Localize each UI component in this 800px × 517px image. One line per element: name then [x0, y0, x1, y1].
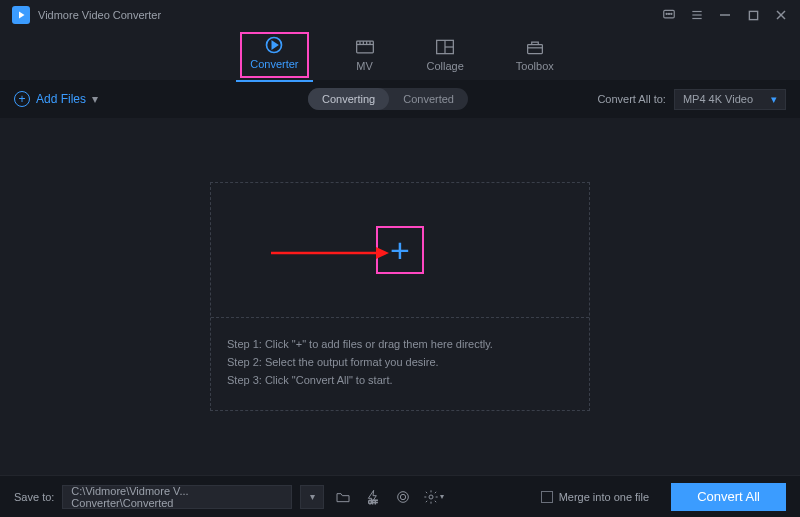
chevron-down-icon: ▾ [771, 93, 777, 106]
segment-converted[interactable]: Converted [389, 88, 468, 110]
tab-label: MV [356, 60, 373, 72]
step-3-text: Step 3: Click "Convert All" to start. [227, 374, 573, 386]
svg-point-2 [668, 13, 669, 14]
hardware-accel-icon[interactable]: OFF [362, 486, 384, 508]
svg-point-3 [671, 13, 672, 14]
task-schedule-icon[interactable] [392, 486, 414, 508]
tab-mv[interactable]: MV [349, 36, 381, 74]
arrow-annotation [271, 243, 391, 263]
output-format-dropdown[interactable]: MP4 4K Video ▾ [674, 89, 786, 110]
save-path-text: C:\Vidmore\Vidmore V... Converter\Conver… [71, 485, 283, 509]
plus-circle-icon: + [14, 91, 30, 107]
converter-icon [264, 36, 284, 54]
checkbox-icon [541, 491, 553, 503]
svg-point-28 [429, 495, 433, 499]
merge-label: Merge into one file [559, 491, 650, 503]
close-icon[interactable] [774, 8, 788, 22]
tab-collage[interactable]: Collage [421, 36, 470, 74]
step-1-text: Step 1: Click "+" to add files or drag t… [227, 338, 573, 350]
tab-label: Converter [250, 58, 298, 70]
toolbox-icon [525, 38, 545, 56]
dropzone-steps: Step 1: Click "+" to add files or drag t… [211, 318, 589, 410]
format-selected: MP4 4K Video [683, 93, 753, 105]
convert-all-to: Convert All to: MP4 4K Video ▾ [597, 89, 786, 110]
open-folder-icon[interactable] [332, 486, 354, 508]
app-title: Vidmore Video Converter [38, 9, 662, 21]
app-logo [12, 6, 30, 24]
merge-checkbox[interactable]: Merge into one file [541, 491, 650, 503]
convert-all-to-label: Convert All to: [597, 93, 665, 105]
svg-point-26 [398, 491, 409, 502]
workspace: + Step 1: Click "+" to add files or drag… [0, 118, 800, 475]
main-tabs: Converter MV Collage Toolbox [0, 30, 800, 80]
save-path-dropdown[interactable]: ▾ [300, 485, 324, 509]
titlebar: Vidmore Video Converter [0, 0, 800, 30]
collage-icon [435, 38, 455, 56]
tab-label: Toolbox [516, 60, 554, 72]
add-files-button[interactable]: + Add Files ▾ [14, 91, 98, 107]
step-2-text: Step 2: Select the output format you des… [227, 356, 573, 368]
chevron-down-icon: ▾ [92, 92, 98, 106]
convert-all-button[interactable]: Convert All [671, 483, 786, 511]
dropzone-top: + [211, 183, 589, 318]
svg-rect-8 [749, 11, 757, 19]
svg-rect-12 [356, 41, 373, 53]
save-to-label: Save to: [14, 491, 54, 503]
add-files-label: Add Files [36, 92, 86, 106]
feedback-icon[interactable] [662, 8, 676, 22]
svg-point-27 [401, 494, 406, 499]
svg-text:OFF: OFF [369, 500, 378, 505]
tab-toolbox[interactable]: Toolbox [510, 36, 560, 74]
footer: Save to: C:\Vidmore\Vidmore V... Convert… [0, 475, 800, 517]
svg-rect-21 [527, 45, 542, 54]
minimize-icon[interactable] [718, 8, 732, 22]
toolbar: + Add Files ▾ Converting Converted Conve… [0, 80, 800, 118]
maximize-icon[interactable] [746, 8, 760, 22]
settings-icon[interactable]: ▾ [422, 486, 444, 508]
dropzone[interactable]: + Step 1: Click "+" to add files or drag… [210, 182, 590, 411]
mv-icon [355, 38, 375, 56]
tab-converter[interactable]: Converter [240, 32, 308, 78]
tab-label: Collage [427, 60, 464, 72]
svg-point-1 [666, 13, 667, 14]
svg-marker-24 [376, 247, 389, 259]
menu-icon[interactable] [690, 8, 704, 22]
window-controls [662, 8, 788, 22]
plus-icon: + [390, 233, 410, 267]
segment-converting[interactable]: Converting [308, 88, 389, 110]
status-segment: Converting Converted [308, 88, 468, 110]
save-path-field[interactable]: C:\Vidmore\Vidmore V... Converter\Conver… [62, 485, 292, 509]
